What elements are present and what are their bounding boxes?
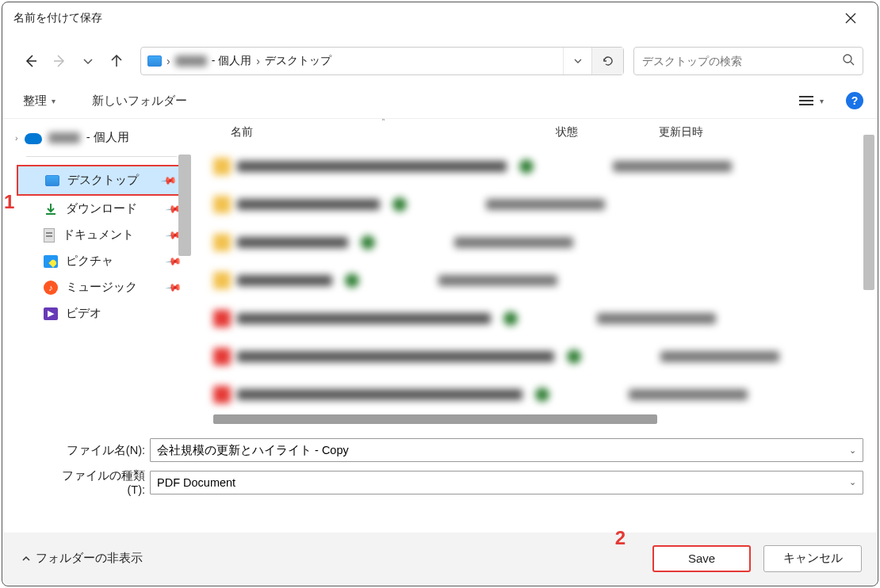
address-bar[interactable]: › - 個人用 › デスクトップ bbox=[140, 47, 624, 75]
file-name bbox=[237, 389, 522, 400]
forward-button[interactable] bbox=[50, 52, 69, 71]
filename-value: 会社規模の更新とハイライト - Copy bbox=[157, 443, 349, 458]
sidebar-item-documents[interactable]: ドキュメント 📌 bbox=[13, 222, 191, 248]
hide-folders-toggle[interactable]: フォルダーの非表示 bbox=[21, 551, 143, 566]
sidebar-item-label: ビデオ bbox=[66, 306, 101, 321]
video-icon: ▶ bbox=[44, 307, 58, 320]
help-button[interactable]: ? bbox=[846, 92, 863, 109]
search-icon bbox=[842, 53, 855, 69]
file-status-icon bbox=[519, 159, 534, 174]
cloud-icon bbox=[25, 132, 42, 144]
footer: フォルダーの非表示 Save キャンセル bbox=[4, 533, 876, 584]
refresh-icon bbox=[602, 55, 614, 67]
chevron-down-icon: ⌄ bbox=[849, 445, 856, 456]
pin-icon: 📌 bbox=[160, 172, 178, 189]
document-icon bbox=[44, 228, 55, 242]
form-section: ファイル名(N): 会社規模の更新とハイライト - Copy ⌄ ファイルの種類… bbox=[2, 427, 878, 507]
filename-label: ファイル名(N): bbox=[50, 443, 145, 458]
drive-icon bbox=[147, 55, 162, 67]
window-title: 名前を付けて保存 bbox=[13, 11, 102, 25]
annotation-1: 1 bbox=[4, 191, 14, 213]
tree-root-label: - 個人用 bbox=[86, 130, 129, 145]
file-date bbox=[438, 275, 557, 286]
close-icon bbox=[845, 13, 856, 24]
chevron-down-icon bbox=[82, 55, 94, 67]
breadcrumb-segment-personal[interactable]: - 個人用 bbox=[212, 54, 252, 68]
sidebar-item-pictures[interactable]: ピクチャ 📌 bbox=[13, 248, 191, 274]
tree-root-user bbox=[48, 132, 80, 143]
navigation-row: › - 個人用 › デスクトップ bbox=[2, 34, 878, 83]
breadcrumb-segment-desktop[interactable]: デスクトップ bbox=[265, 54, 331, 68]
file-status-icon bbox=[392, 197, 407, 212]
file-date bbox=[486, 199, 605, 210]
view-menu[interactable]: ▾ bbox=[799, 95, 824, 106]
file-name bbox=[237, 199, 380, 210]
list-item[interactable] bbox=[213, 376, 878, 414]
column-date[interactable]: 更新日時 bbox=[659, 125, 703, 139]
chevron-up-icon bbox=[21, 554, 31, 563]
close-button[interactable] bbox=[835, 6, 867, 31]
list-item[interactable] bbox=[213, 223, 878, 262]
list-item[interactable] bbox=[213, 338, 878, 376]
file-icon bbox=[213, 348, 231, 365]
file-icon bbox=[213, 158, 231, 175]
column-status[interactable]: 状態 bbox=[556, 125, 659, 139]
save-button[interactable]: Save bbox=[652, 545, 751, 572]
sidebar-item-desktop[interactable]: デスクトップ 📌 bbox=[17, 165, 188, 196]
file-status-icon bbox=[535, 388, 549, 402]
new-folder-button[interactable]: 新しいフォルダー bbox=[92, 94, 187, 109]
organize-label: 整理 bbox=[23, 94, 47, 109]
breadcrumb-separator-icon: › bbox=[166, 55, 170, 67]
list-item[interactable] bbox=[213, 300, 878, 338]
file-status-icon bbox=[345, 273, 359, 288]
sidebar-item-label: ピクチャ bbox=[66, 254, 113, 269]
title-bar: 名前を付けて保存 bbox=[2, 2, 878, 34]
file-list: ˄ 名前 状態 更新日時 bbox=[191, 119, 878, 427]
filetype-select[interactable]: PDF Document ⌄ bbox=[150, 471, 863, 494]
breadcrumb-separator-icon: › bbox=[256, 55, 260, 67]
svg-point-5 bbox=[844, 55, 851, 63]
picture-icon bbox=[44, 255, 58, 268]
sidebar-item-label: デスクトップ bbox=[67, 173, 139, 188]
address-dropdown[interactable] bbox=[563, 48, 591, 74]
sidebar-item-music[interactable]: ♪ ミュージック 📌 bbox=[13, 274, 191, 300]
recent-button[interactable] bbox=[78, 52, 98, 71]
save-button-label: Save bbox=[688, 552, 715, 565]
caret-down-icon: ▾ bbox=[820, 97, 824, 105]
sidebar-item-label: ミュージック bbox=[66, 280, 137, 295]
list-item[interactable] bbox=[213, 262, 878, 300]
sidebar-item-label: ドキュメント bbox=[63, 227, 134, 242]
refresh-button[interactable] bbox=[591, 48, 623, 74]
sidebar-item-label: ダウンロード bbox=[66, 201, 137, 216]
back-button[interactable] bbox=[21, 52, 40, 71]
sidebar-item-videos[interactable]: ▶ ビデオ bbox=[13, 300, 191, 326]
breadcrumb-segment-user[interactable] bbox=[175, 55, 207, 67]
sidebar-scrollbar[interactable] bbox=[178, 155, 191, 256]
sidebar-item-downloads[interactable]: ダウンロード 📌 bbox=[13, 196, 191, 222]
file-name bbox=[237, 237, 348, 248]
caret-down-icon: ▾ bbox=[52, 97, 55, 105]
cancel-button[interactable]: キャンセル bbox=[763, 545, 862, 572]
file-icon bbox=[213, 234, 231, 251]
tree-root-onedrive[interactable]: › - 個人用 bbox=[2, 125, 191, 150]
column-name[interactable]: 名前 bbox=[231, 125, 556, 139]
file-name bbox=[237, 313, 491, 324]
vertical-scrollbar[interactable] bbox=[863, 135, 874, 290]
list-item[interactable] bbox=[213, 185, 878, 223]
filetype-value: PDF Document bbox=[157, 476, 235, 489]
organize-menu[interactable]: 整理 ▾ bbox=[23, 94, 55, 109]
filename-input[interactable]: 会社規模の更新とハイライト - Copy ⌄ bbox=[150, 438, 863, 462]
search-input[interactable] bbox=[642, 55, 842, 67]
horizontal-scrollbar[interactable] bbox=[213, 414, 657, 424]
file-icon bbox=[213, 272, 231, 289]
sort-indicator-icon: ˄ bbox=[381, 119, 385, 126]
file-date bbox=[629, 389, 748, 400]
search-box[interactable] bbox=[633, 47, 863, 75]
filetype-label: ファイルの種類(T): bbox=[50, 468, 145, 496]
file-status-icon bbox=[503, 311, 518, 326]
svg-line-6 bbox=[851, 62, 854, 65]
list-view-icon bbox=[799, 95, 813, 106]
list-item[interactable] bbox=[213, 147, 878, 185]
up-button[interactable] bbox=[107, 52, 126, 71]
main-area: › - 個人用 デスクトップ 📌 ダウンロード 📌 bbox=[2, 118, 878, 427]
